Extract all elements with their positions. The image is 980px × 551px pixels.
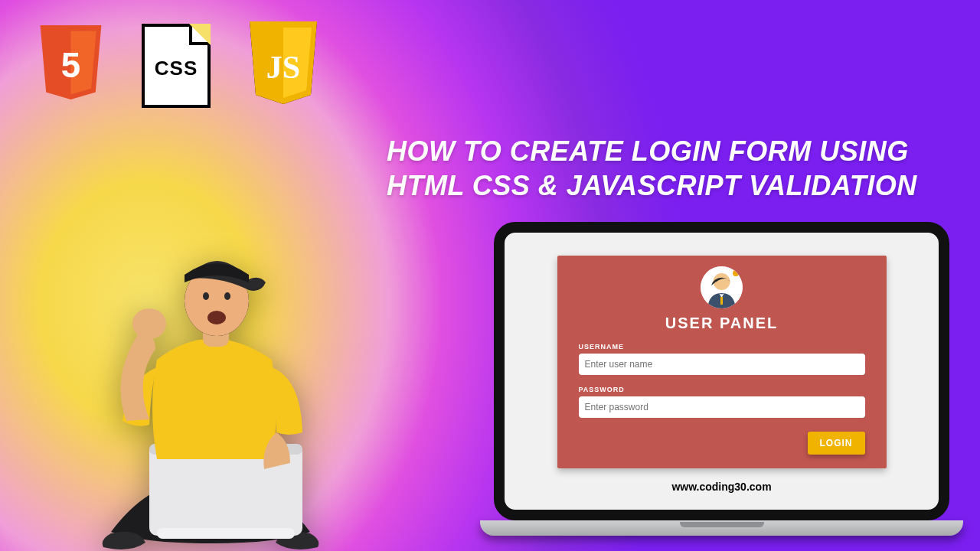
username-label: USERNAME — [579, 343, 865, 350]
password-field: PASSWORD — [579, 386, 865, 418]
login-panel: USER PANEL USERNAME PASSWORD LOGIN — [557, 256, 887, 468]
login-button[interactable]: LOGIN — [808, 432, 865, 455]
username-field: USERNAME — [579, 343, 865, 375]
person-with-laptop-illustration — [42, 203, 379, 551]
svg-point-15 — [224, 292, 230, 300]
avatar-icon — [701, 266, 743, 308]
svg-point-9 — [132, 308, 166, 339]
tech-badges: 5 CSS JS — [34, 21, 322, 109]
svg-text:JS: JS — [266, 50, 300, 85]
username-input[interactable] — [579, 354, 865, 375]
svg-rect-18 — [720, 297, 723, 305]
svg-rect-8 — [157, 528, 295, 539]
laptop-mockup: USER PANEL USERNAME PASSWORD LOGIN www.c… — [494, 222, 949, 536]
css-file-icon: CSS — [142, 24, 211, 108]
css-label: CSS — [155, 57, 198, 80]
heading-line2: HTML CSS & JAVASCRIPT VALIDATION — [387, 168, 917, 203]
password-input[interactable] — [579, 396, 865, 418]
laptop-screen: USER PANEL USERNAME PASSWORD LOGIN www.c… — [494, 222, 949, 520]
password-label: PASSWORD — [579, 386, 865, 393]
laptop-base — [480, 520, 963, 536]
svg-text:5: 5 — [61, 46, 80, 85]
site-url: www.coding30.com — [671, 481, 771, 493]
js-icon: JS — [245, 21, 322, 109]
svg-point-13 — [207, 311, 226, 324]
html5-icon: 5 — [34, 25, 107, 106]
panel-title: USER PANEL — [665, 315, 778, 332]
heading-line1: HOW TO CREATE LOGIN FORM USING — [387, 134, 917, 168]
svg-point-19 — [733, 270, 739, 276]
svg-point-14 — [203, 292, 209, 300]
page-title: HOW TO CREATE LOGIN FORM USING HTML CSS … — [387, 134, 917, 203]
